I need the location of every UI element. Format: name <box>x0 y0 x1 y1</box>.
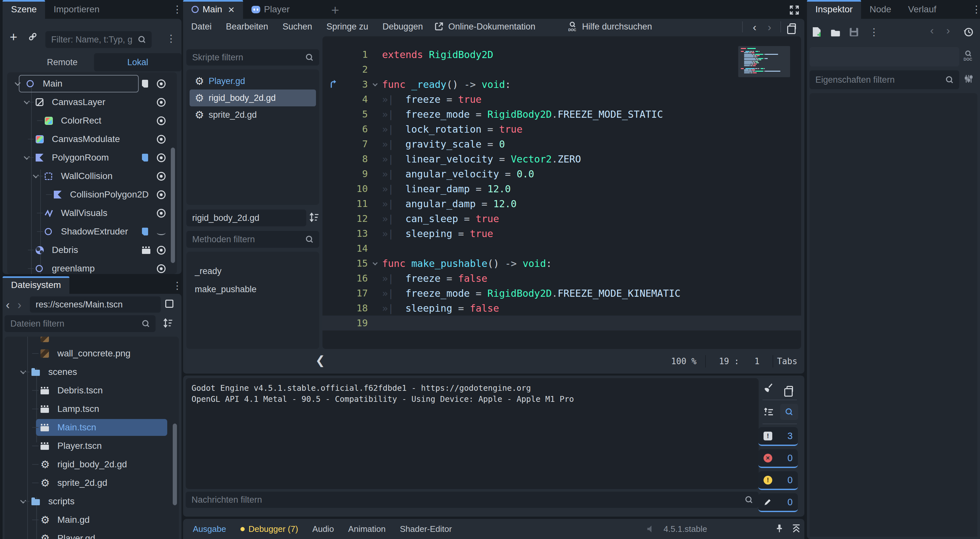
menu-springe-zu[interactable]: Springe zu <box>326 22 368 32</box>
scene-node-collisionpolygon2d[interactable]: CollisionPolygon2D <box>7 185 177 204</box>
resource-name-box[interactable] <box>810 47 959 67</box>
visibility-on-icon[interactable] <box>157 153 165 162</box>
script-item-sprite_2d.gd[interactable]: ⚙sprite_2d.gd <box>189 106 316 123</box>
load-resource-button[interactable] <box>830 29 841 40</box>
script-item-rigid_body_2d.gd[interactable]: ⚙rigid_body_2d.gd <box>189 89 316 106</box>
menu-bearbeiten[interactable]: Bearbeiten <box>226 22 268 32</box>
float-window-button[interactable] <box>788 22 796 32</box>
fold-chevron-icon[interactable] <box>372 81 377 86</box>
code-line-6[interactable]: 6»|lock_rotation = true <box>323 121 801 137</box>
zoom-level[interactable]: 100 % <box>662 356 705 366</box>
code-minimap[interactable] <box>738 46 790 77</box>
code-line-7[interactable]: 7»|gravity_scale = 0 <box>323 137 801 151</box>
toggle-scripts-panel-button[interactable]: ❮ <box>315 354 325 367</box>
fs-split-mode-button[interactable] <box>165 300 173 310</box>
code-line-17[interactable]: 17»|freeze_mode = RigidBody2D.FREEZE_MOD… <box>323 286 801 301</box>
visibility-on-icon[interactable] <box>157 246 165 255</box>
scene-node-canvasmodulate[interactable]: CanvasModulate <box>7 130 177 148</box>
file-scripts[interactable]: scripts <box>5 492 179 510</box>
close-icon[interactable]: × <box>228 4 235 15</box>
script-history-forward[interactable]: › <box>768 21 771 33</box>
clear-output-button[interactable] <box>762 383 773 396</box>
resource-menu-icon[interactable]: ⋮ <box>869 27 879 37</box>
script-badge-icon[interactable] <box>142 80 148 88</box>
new-scene-tab-button[interactable]: + <box>331 3 339 18</box>
inspector-history-back[interactable]: ‹ <box>930 24 934 37</box>
chevron-down-icon[interactable] <box>20 498 26 503</box>
file-sprite_2d.gd[interactable]: ⚙sprite_2d.gd <box>5 474 179 492</box>
copy-output-button[interactable] <box>784 384 793 395</box>
visibility-on-icon[interactable] <box>157 264 165 273</box>
script-badge-icon[interactable] <box>142 228 148 236</box>
menu-suchen[interactable]: Suchen <box>283 22 312 32</box>
methods-sort-button[interactable] <box>309 212 319 225</box>
visibility-on-icon[interactable] <box>157 116 165 125</box>
code-line-10[interactable]: 10»|linear_damp = 12.0 <box>323 181 801 196</box>
code-line-9[interactable]: 9»|angular_velocity = 0.0 <box>323 166 801 181</box>
file-wall_concrete.png[interactable]: wall_concrete.png <box>5 344 179 363</box>
scene-node-polygonroom[interactable]: PolygonRoom <box>7 148 177 167</box>
signal-connection-icon[interactable] <box>328 79 338 89</box>
code-editor[interactable]: 1extends RigidBody2D23func _ready() -> v… <box>323 36 801 349</box>
fs-back-button[interactable]: ‹ <box>6 298 10 312</box>
file-Lamp.tscn[interactable]: Lamp.tscn <box>5 400 179 418</box>
visibility-on-icon[interactable] <box>157 172 165 181</box>
scripts-filter-input[interactable] <box>192 53 305 62</box>
scene-node-debris[interactable]: Debris <box>7 241 177 259</box>
file-Debris.tscn[interactable]: Debris.tscn <box>5 381 179 400</box>
menu-debuggen[interactable]: Debuggen <box>382 22 423 32</box>
tab-verlauf[interactable]: Verlauf <box>900 0 945 19</box>
visibility-off-icon[interactable] <box>157 230 165 235</box>
bottom-tab-debugger-7-[interactable]: Debugger (7) <box>240 524 298 534</box>
new-resource-button[interactable] <box>813 27 821 39</box>
bottom-tab-ausgabe[interactable]: Ausgabe <box>193 524 226 534</box>
output-search-button[interactable] <box>780 404 798 420</box>
fold-chevron-icon[interactable] <box>372 260 377 265</box>
switch-lokal[interactable]: Lokal <box>94 53 181 71</box>
output-filter-input[interactable] <box>191 495 745 505</box>
scene-extra-menu-icon[interactable]: ⋮ <box>166 34 176 43</box>
chevron-down-icon[interactable] <box>20 368 26 374</box>
visibility-on-icon[interactable] <box>157 190 165 199</box>
bottom-tab-audio[interactable]: Audio <box>312 524 334 534</box>
instance-scene-button[interactable] <box>28 32 38 44</box>
fs-sort-button[interactable] <box>163 318 173 330</box>
scene-filter-input[interactable] <box>51 35 138 45</box>
file-Main.gd[interactable]: ⚙Main.gd <box>5 511 179 529</box>
code-line-15[interactable]: 15func make_pushable() -> void: <box>323 256 801 271</box>
chevron-down-icon[interactable] <box>24 98 30 104</box>
open-docs-button[interactable]: DOC <box>963 50 974 64</box>
file-rigid_body_2d.gd[interactable]: ⚙rigid_body_2d.gd <box>5 455 179 474</box>
visibility-on-icon[interactable] <box>157 80 165 88</box>
fs-filter-input[interactable] <box>10 319 142 329</box>
file-Player.gd[interactable]: ⚙Player.gd <box>5 529 179 539</box>
visibility-on-icon[interactable] <box>157 135 165 144</box>
current-script-box[interactable]: rigid_body_2d.gd <box>186 209 306 226</box>
code-line-11[interactable]: 11»|angular_damp = 12.0 <box>323 196 801 211</box>
methods-filter-input[interactable] <box>192 234 305 244</box>
visibility-on-icon[interactable] <box>157 209 165 218</box>
filesystem-menu-icon[interactable]: ⋮ <box>172 281 182 290</box>
code-line-2[interactable]: 2 <box>323 62 801 77</box>
save-resource-button[interactable] <box>850 28 858 38</box>
scene-dock-menu-icon[interactable]: ⋮ <box>172 5 182 14</box>
scene-node-shadowextruder[interactable]: ShadowExtruder <box>7 222 177 241</box>
add-node-button[interactable]: + <box>10 30 17 43</box>
bottom-tab-shader-editor[interactable]: Shader-Editor <box>400 524 452 534</box>
counter-warnings[interactable]: !0 <box>758 471 798 490</box>
counter-edits[interactable]: 0 <box>758 493 798 512</box>
switch-remote[interactable]: Remote <box>30 53 94 71</box>
caret-position[interactable]: 19 : 1 <box>706 356 773 366</box>
tab-inspektor[interactable]: Inspektor <box>807 0 861 19</box>
output-log[interactable]: Godot Engine v4.5.1.stable.official.f62f… <box>186 378 759 489</box>
indent-mode[interactable]: Tabs <box>773 356 801 366</box>
script-item-Player.gd[interactable]: ⚙Player.gd <box>189 73 316 89</box>
file-scenes[interactable]: scenes <box>5 363 179 381</box>
method-item-make_pushable[interactable]: make_pushable <box>189 281 316 298</box>
code-line-19[interactable]: 19 <box>323 316 801 330</box>
scene-node-canvaslayer[interactable]: CanvasLayer <box>7 93 177 111</box>
scene-instance-icon[interactable] <box>142 249 150 254</box>
scene-node-wallcollision[interactable]: WallCollision <box>7 167 177 185</box>
online-doc-button[interactable]: Online-Dokumentation <box>434 19 535 34</box>
code-line-1[interactable]: 1extends RigidBody2D <box>323 47 801 62</box>
